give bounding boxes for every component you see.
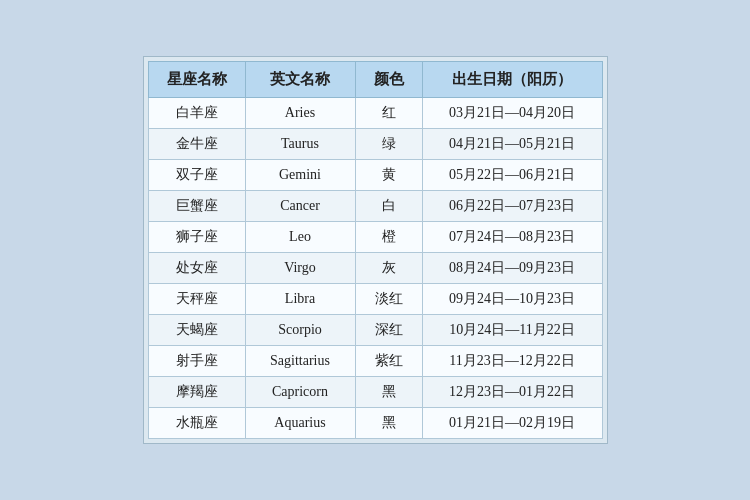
cell-english: Scorpio [245, 315, 355, 346]
table-row: 天秤座Libra淡红09月24日—10月23日 [148, 284, 602, 315]
cell-date: 08月24日—09月23日 [422, 253, 602, 284]
cell-color: 灰 [355, 253, 422, 284]
table-row: 巨蟹座Cancer白06月22日—07月23日 [148, 191, 602, 222]
table-row: 白羊座Aries红03月21日—04月20日 [148, 98, 602, 129]
cell-english: Libra [245, 284, 355, 315]
cell-chinese: 处女座 [148, 253, 245, 284]
cell-date: 01月21日—02月19日 [422, 408, 602, 439]
table-header-row: 星座名称 英文名称 颜色 出生日期（阳历） [148, 62, 602, 98]
cell-date: 06月22日—07月23日 [422, 191, 602, 222]
cell-english: Gemini [245, 160, 355, 191]
table-row: 金牛座Taurus绿04月21日—05月21日 [148, 129, 602, 160]
cell-english: Capricorn [245, 377, 355, 408]
cell-color: 红 [355, 98, 422, 129]
cell-chinese: 天蝎座 [148, 315, 245, 346]
cell-color: 黑 [355, 408, 422, 439]
cell-chinese: 水瓶座 [148, 408, 245, 439]
table-row: 天蝎座Scorpio深红10月24日—11月22日 [148, 315, 602, 346]
cell-color: 绿 [355, 129, 422, 160]
cell-date: 03月21日—04月20日 [422, 98, 602, 129]
table-row: 射手座Sagittarius紫红11月23日—12月22日 [148, 346, 602, 377]
cell-chinese: 射手座 [148, 346, 245, 377]
header-date: 出生日期（阳历） [422, 62, 602, 98]
cell-date: 05月22日—06月21日 [422, 160, 602, 191]
cell-date: 10月24日—11月22日 [422, 315, 602, 346]
header-color: 颜色 [355, 62, 422, 98]
cell-color: 黑 [355, 377, 422, 408]
cell-color: 淡红 [355, 284, 422, 315]
table-body: 白羊座Aries红03月21日—04月20日金牛座Taurus绿04月21日—0… [148, 98, 602, 439]
header-chinese: 星座名称 [148, 62, 245, 98]
cell-color: 白 [355, 191, 422, 222]
cell-chinese: 狮子座 [148, 222, 245, 253]
zodiac-table-container: 星座名称 英文名称 颜色 出生日期（阳历） 白羊座Aries红03月21日—04… [143, 56, 608, 444]
cell-chinese: 双子座 [148, 160, 245, 191]
cell-color: 深红 [355, 315, 422, 346]
cell-english: Virgo [245, 253, 355, 284]
cell-date: 12月23日—01月22日 [422, 377, 602, 408]
cell-chinese: 巨蟹座 [148, 191, 245, 222]
cell-chinese: 摩羯座 [148, 377, 245, 408]
table-row: 水瓶座Aquarius黑01月21日—02月19日 [148, 408, 602, 439]
cell-chinese: 金牛座 [148, 129, 245, 160]
cell-english: Cancer [245, 191, 355, 222]
header-english: 英文名称 [245, 62, 355, 98]
cell-color: 橙 [355, 222, 422, 253]
cell-english: Sagittarius [245, 346, 355, 377]
cell-english: Taurus [245, 129, 355, 160]
cell-english: Leo [245, 222, 355, 253]
zodiac-table: 星座名称 英文名称 颜色 出生日期（阳历） 白羊座Aries红03月21日—04… [148, 61, 603, 439]
cell-date: 11月23日—12月22日 [422, 346, 602, 377]
cell-chinese: 白羊座 [148, 98, 245, 129]
table-row: 双子座Gemini黄05月22日—06月21日 [148, 160, 602, 191]
cell-date: 09月24日—10月23日 [422, 284, 602, 315]
table-row: 摩羯座Capricorn黑12月23日—01月22日 [148, 377, 602, 408]
cell-date: 07月24日—08月23日 [422, 222, 602, 253]
table-row: 狮子座Leo橙07月24日—08月23日 [148, 222, 602, 253]
cell-date: 04月21日—05月21日 [422, 129, 602, 160]
cell-english: Aquarius [245, 408, 355, 439]
cell-color: 黄 [355, 160, 422, 191]
table-row: 处女座Virgo灰08月24日—09月23日 [148, 253, 602, 284]
cell-chinese: 天秤座 [148, 284, 245, 315]
cell-english: Aries [245, 98, 355, 129]
cell-color: 紫红 [355, 346, 422, 377]
